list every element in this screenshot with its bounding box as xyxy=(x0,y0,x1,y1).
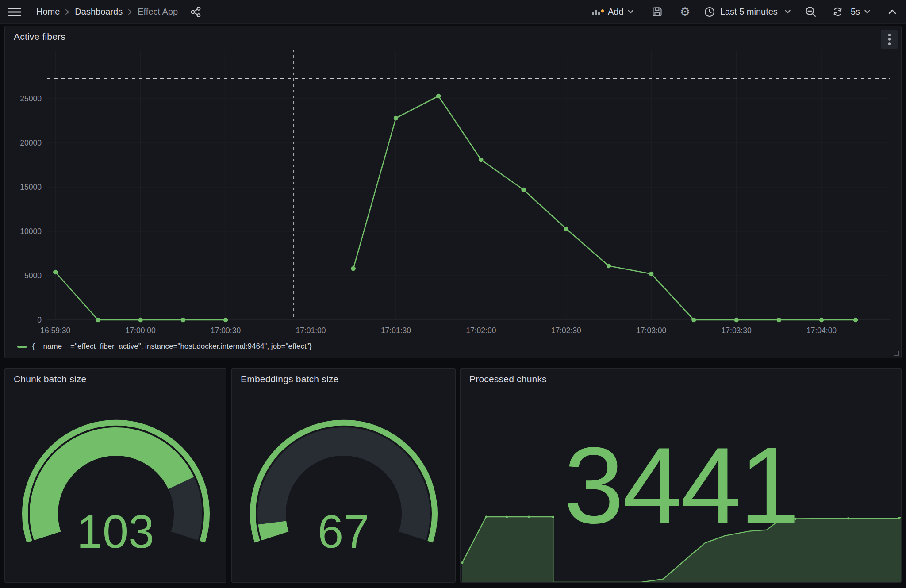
panel-title[interactable]: Chunk batch size xyxy=(14,374,86,384)
panel-resize-handle[interactable] xyxy=(894,351,899,356)
breadcrumb-home[interactable]: Home xyxy=(36,7,60,17)
svg-text:17:00:00: 17:00:00 xyxy=(126,326,156,335)
svg-text:0: 0 xyxy=(37,315,42,324)
time-range-label: Last 5 minutes xyxy=(720,7,778,17)
save-dashboard-button[interactable] xyxy=(649,4,665,19)
stat-value: 3441 xyxy=(461,431,901,540)
svg-text:20000: 20000 xyxy=(20,138,42,147)
panel-active-fibers: Active fibers 05000100001500020000250001… xyxy=(4,26,902,358)
refresh-interval-label[interactable]: 5s xyxy=(851,7,860,17)
breadcrumb-current: Effect App xyxy=(138,7,178,17)
panel-chunk-batch-size: Chunk batch size 103 xyxy=(4,368,226,583)
panel-processed-chunks: Processed chunks 3441 xyxy=(460,368,902,583)
svg-text:17:01:30: 17:01:30 xyxy=(381,326,411,335)
breadcrumb-dashboards[interactable]: Dashboards xyxy=(75,7,123,17)
panel-title[interactable]: Processed chunks xyxy=(469,374,547,384)
chevron-up-icon xyxy=(888,9,896,14)
panel-embeddings-batch-size: Embeddings batch size 67 xyxy=(231,368,456,583)
svg-text:15000: 15000 xyxy=(20,183,42,192)
legend-swatch xyxy=(17,346,27,348)
chevron-down-icon xyxy=(785,10,791,14)
navbar: Home Dashboards Effect App xyxy=(0,0,906,24)
kiosk-mode-button[interactable] xyxy=(887,8,898,16)
navbar-divider xyxy=(879,6,879,18)
legend-item[interactable]: {__name__="effect_fiber_active", instanc… xyxy=(17,342,311,351)
refresh-picker: 5s xyxy=(830,4,870,19)
svg-text:17:03:30: 17:03:30 xyxy=(722,326,752,335)
panel-title[interactable]: Active fibers xyxy=(14,31,65,42)
kebab-menu-icon xyxy=(888,33,891,46)
chevron-down-icon xyxy=(628,10,633,14)
gauge-value: 103 xyxy=(5,508,226,555)
hamburger-icon xyxy=(8,6,21,18)
navbar-right: Add ⚙ xyxy=(591,4,898,19)
svg-text:17:02:30: 17:02:30 xyxy=(551,326,581,335)
svg-text:10000: 10000 xyxy=(20,227,42,236)
svg-text:17:01:00: 17:01:00 xyxy=(296,326,326,335)
add-button[interactable]: Add xyxy=(591,6,633,18)
gauge-value: 67 xyxy=(232,508,455,555)
grafana-dashboard: Home Dashboards Effect App xyxy=(0,0,906,588)
zoom-out-button[interactable] xyxy=(803,4,818,19)
svg-text:17:00:30: 17:00:30 xyxy=(211,326,241,335)
svg-text:5000: 5000 xyxy=(24,271,42,280)
timeseries-chart[interactable]: 050001000015000200002500016:59:3017:00:0… xyxy=(5,26,902,338)
breadcrumb-separator-icon xyxy=(65,9,69,15)
svg-text:17:03:00: 17:03:00 xyxy=(636,326,666,335)
svg-text:25000: 25000 xyxy=(20,94,42,103)
add-panel-icon xyxy=(591,6,604,18)
refresh-button[interactable] xyxy=(830,4,845,19)
time-range-picker[interactable]: Last 5 minutes xyxy=(704,6,791,18)
svg-text:17:04:00: 17:04:00 xyxy=(806,326,837,335)
refresh-icon xyxy=(832,6,844,18)
svg-text:16:59:30: 16:59:30 xyxy=(40,326,70,335)
dashboard-settings-button[interactable]: ⚙ xyxy=(678,4,692,19)
chevron-down-icon[interactable] xyxy=(864,10,870,14)
hamburger-menu-button[interactable] xyxy=(6,4,23,19)
navbar-left: Home Dashboards Effect App xyxy=(6,4,203,19)
clock-icon xyxy=(704,6,715,18)
legend-label: {__name__="effect_fiber_active", instanc… xyxy=(32,342,311,351)
save-icon xyxy=(651,6,663,18)
panel-menu-button[interactable] xyxy=(881,30,898,49)
zoom-out-icon xyxy=(805,6,817,18)
panel-title[interactable]: Embeddings batch size xyxy=(241,374,338,384)
share-dashboard-button[interactable] xyxy=(188,4,203,19)
svg-text:17:02:00: 17:02:00 xyxy=(466,326,496,335)
gear-icon: ⚙ xyxy=(680,6,691,18)
add-label: Add xyxy=(608,7,624,17)
share-icon xyxy=(190,6,202,18)
breadcrumb-separator-icon xyxy=(128,9,132,15)
